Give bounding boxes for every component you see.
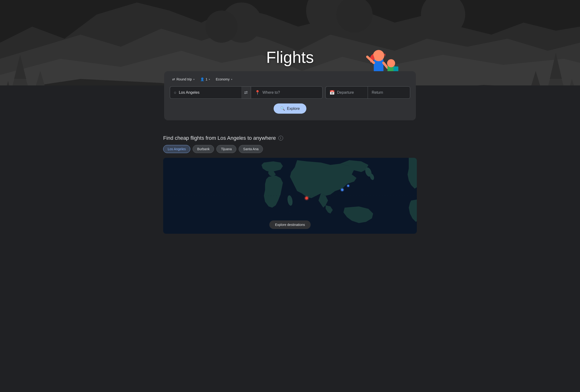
explore-button[interactable]: 🔍 Explore	[274, 103, 306, 114]
round-trip-chevron: ▾	[193, 78, 194, 81]
chip-label: Tijuana	[221, 147, 232, 151]
explore-label: Explore	[287, 106, 300, 111]
swap-button[interactable]: ⇄	[241, 86, 251, 99]
chip-label: Santa Ana	[243, 147, 259, 151]
calendar-icon: 📅	[329, 90, 335, 95]
city-chip-burbank[interactable]: Burbank	[193, 145, 214, 153]
cabin-label: Economy	[216, 77, 229, 81]
city-chip-los-angeles[interactable]: Los Angeles	[163, 145, 190, 153]
chip-label: Burbank	[197, 147, 209, 151]
svg-point-53	[346, 184, 350, 188]
passengers-chevron: ▾	[209, 78, 210, 81]
round-trip-button[interactable]: ⇄ Round trip ▾	[170, 76, 197, 83]
search-box: ⇄ Round trip ▾ 👤 1 ▾ Economy ▾ ○ Los Ang…	[164, 71, 416, 120]
info-icon[interactable]: i	[278, 136, 283, 140]
map-container: Explore destinations	[163, 158, 417, 234]
return-date-field[interactable]: Return	[368, 86, 410, 99]
chip-label: Los Angeles	[168, 147, 186, 151]
round-trip-icon: ⇄	[172, 77, 175, 81]
origin-icon: ○	[174, 90, 176, 95]
search-options-row: ⇄ Round trip ▾ 👤 1 ▾ Economy ▾	[170, 76, 410, 83]
svg-point-49	[304, 196, 309, 200]
section-title: Find cheap flights from Los Angeles to a…	[163, 135, 417, 141]
svg-point-20	[205, 10, 238, 43]
origin-value: Los Angeles	[179, 91, 199, 95]
cabin-class-button[interactable]: Economy ▾	[213, 76, 234, 83]
round-trip-label: Round trip	[176, 77, 192, 81]
explore-btn-wrapper: 🔍 Explore	[170, 103, 410, 114]
explore-destinations-button[interactable]: Explore destinations	[269, 220, 311, 229]
svg-point-38	[387, 59, 395, 67]
svg-point-32	[373, 50, 384, 61]
origin-field[interactable]: ○ Los Angeles	[170, 86, 241, 99]
city-chip-santa-ana[interactable]: Santa Ana	[239, 145, 263, 153]
departure-placeholder: Departure	[337, 91, 354, 95]
city-chip-tijuana[interactable]: Tijuana	[216, 145, 236, 153]
departure-date-field[interactable]: 📅 Departure	[325, 86, 368, 99]
cheap-flights-section: Find cheap flights from Los Angeles to a…	[163, 135, 417, 153]
passengers-icon: 👤	[200, 77, 204, 81]
return-placeholder: Return	[372, 91, 383, 95]
section-title-text: Find cheap flights from Los Angeles to a…	[163, 135, 276, 141]
swap-icon: ⇄	[244, 90, 248, 95]
destination-icon: 📍	[255, 90, 260, 95]
cabin-chevron: ▾	[231, 78, 232, 81]
destination-field[interactable]: 📍 Where to?	[251, 86, 322, 99]
svg-point-51	[340, 188, 344, 192]
search-icon: 🔍	[280, 106, 285, 111]
destination-placeholder: Where to?	[263, 91, 280, 95]
passengers-label: 1	[206, 77, 208, 81]
main-content: Find cheap flights from Los Angeles to a…	[159, 135, 421, 234]
date-fields: 📅 Departure Return	[325, 86, 410, 99]
city-chips: Los Angeles Burbank Tijuana Santa Ana	[163, 145, 417, 153]
passengers-button[interactable]: 👤 1 ▾	[198, 76, 213, 83]
hero-title: Flights	[266, 48, 314, 66]
search-fields-row: ○ Los Angeles ⇄ 📍 Where to? 📅 Departure …	[170, 86, 410, 99]
